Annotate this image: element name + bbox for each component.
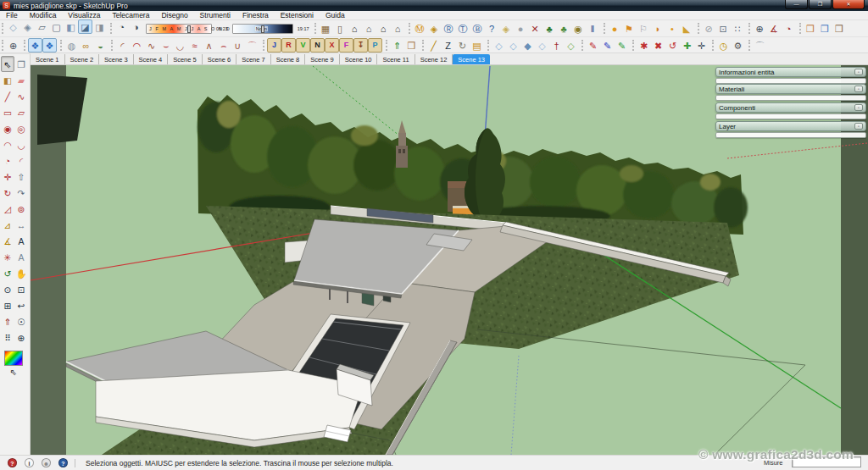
zoom-selection-icon[interactable]: ⊡ <box>716 21 731 36</box>
import-x-icon[interactable]: X <box>325 38 339 53</box>
import-p-icon[interactable]: P <box>368 38 382 53</box>
toolbar-grip[interactable] <box>2 40 3 51</box>
wireframe-mode-icon[interactable]: ▱ <box>35 19 49 34</box>
soap-drop-icon[interactable]: ◇ <box>535 38 549 53</box>
link-spheres-icon[interactable]: ∞ <box>79 38 93 53</box>
panel-header[interactable]: Informazioni entità▫ <box>715 67 866 77</box>
back-view-icon[interactable]: ⌂ <box>391 21 405 36</box>
import-down-icon[interactable]: ↧ <box>353 38 368 53</box>
import-f-icon[interactable]: F <box>339 38 353 53</box>
sphere-cage-icon[interactable]: ◍ <box>64 38 79 53</box>
toolbar-grip[interactable] <box>60 40 62 51</box>
rectangle-tool[interactable]: ▭ <box>1 104 14 120</box>
rotated-rectangle-tool[interactable]: ▱ <box>14 104 28 120</box>
minimize-button[interactable]: — <box>785 0 808 9</box>
white-flag-icon[interactable]: ⚐ <box>637 21 651 36</box>
axes-tool[interactable]: ✳ <box>1 249 14 265</box>
toolbar-grip[interactable] <box>386 40 387 51</box>
pie-tool[interactable]: ◔ <box>1 152 14 169</box>
panel-body[interactable] <box>715 95 866 101</box>
terrain-erase-icon[interactable]: ∪ <box>231 38 245 53</box>
cube-refresh-icon[interactable]: ↻ <box>455 38 470 53</box>
scene-tab-6[interactable]: Scene 6 <box>203 54 237 64</box>
geo-flag-icon[interactable]: ⚑ <box>622 21 637 36</box>
tape-measure-tool[interactable]: ⊿ <box>1 217 14 233</box>
two-point-arc-tool[interactable]: ◡ <box>14 136 28 152</box>
polygon-tool[interactable]: ◎ <box>14 120 28 136</box>
wedge-tool-icon[interactable]: ◣ <box>680 21 694 36</box>
toolbar-grip[interactable] <box>487 40 489 51</box>
cube-edges-icon[interactable]: ❒ <box>818 21 832 36</box>
scale-tool[interactable]: ◿ <box>1 201 14 217</box>
toolbar-grip[interactable] <box>111 40 113 51</box>
push-pull-tool[interactable]: ⇧ <box>14 169 28 185</box>
toolbar-grip[interactable] <box>110 23 112 34</box>
paint-bucket-tool[interactable]: ◧ <box>1 72 14 88</box>
pin-vertex-icon[interactable]: ✛ <box>694 38 709 53</box>
toolbar-grip[interactable] <box>799 23 801 34</box>
toolbar-grip[interactable] <box>698 23 699 34</box>
toolbar-grip[interactable] <box>604 23 605 34</box>
menu-telecamera[interactable]: Telecamera <box>106 11 155 19</box>
small-sphere-icon[interactable]: • <box>665 21 680 36</box>
scene-tab-12[interactable]: Scene 12 <box>415 54 453 64</box>
protractor-tool-palette[interactable]: ∡ <box>1 233 14 249</box>
menu-visualizza[interactable]: Visualizza <box>62 11 106 19</box>
scene-tab-5[interactable]: Scene 5 <box>168 54 203 64</box>
scene-tab-4[interactable]: Scene 4 <box>134 54 169 64</box>
time-tracker-icon[interactable]: ◷ <box>716 38 731 53</box>
maximize-button[interactable]: ❐ <box>809 0 832 9</box>
scene-tab-13[interactable]: Scene 13 <box>453 54 490 64</box>
material-tag-icon[interactable]: ◈ <box>499 21 514 36</box>
x-ray-mode-icon[interactable]: ◇ <box>6 19 20 34</box>
dimension-tool[interactable]: ↔ <box>14 217 28 233</box>
info-badge[interactable]: i <box>25 458 34 467</box>
render-help-icon[interactable]: ? <box>485 21 499 36</box>
title-bar[interactable]: S mies padiglione.skp - SketchUp Pro —❐✕ <box>0 0 868 11</box>
panel-body[interactable] <box>715 78 866 84</box>
vertex-edit-green-icon[interactable]: ✎ <box>615 38 629 53</box>
position-camera-tool[interactable]: ⇑ <box>1 313 14 329</box>
terrain-grid-icon[interactable]: ⌒ <box>245 38 259 53</box>
pause-render-icon[interactable]: ‖ <box>586 21 600 36</box>
shadow-toggle-icon[interactable]: ◑ <box>129 19 143 34</box>
panel-collapse-button[interactable]: ▫ <box>854 86 863 92</box>
shadow-date-handle[interactable] <box>187 25 191 33</box>
3d-text-tool[interactable]: A <box>14 249 28 265</box>
toolbar-grip[interactable] <box>24 40 25 51</box>
help-center-badge[interactable]: ? <box>58 458 68 467</box>
menu-estensioni[interactable]: Estensioni <box>275 11 320 19</box>
zoom-extents-tool[interactable]: ⊞ <box>1 297 14 313</box>
scene-tab-2[interactable]: Scene 2 <box>65 54 100 64</box>
scene-tab-7[interactable]: Scene 7 <box>236 54 271 64</box>
sun-sphere-icon[interactable]: ● <box>608 21 622 36</box>
panel-header[interactable]: Materiali▫ <box>715 84 866 94</box>
align-vertex-icon[interactable]: ✚ <box>680 38 694 53</box>
follow-me-tool[interactable]: ↷ <box>14 185 28 201</box>
toolbar-grip[interactable] <box>314 23 316 34</box>
menu-finestra[interactable]: Finestra <box>236 11 275 19</box>
render-r-icon[interactable]: Ⓡ <box>442 21 456 36</box>
offset-tool[interactable]: ⊚ <box>14 201 28 217</box>
line-tool[interactable]: ╱ <box>1 88 14 104</box>
terrain-smooth-icon[interactable]: ⌢ <box>216 38 231 53</box>
dome-tool-icon[interactable]: ◗ <box>651 21 665 36</box>
forest-maker-icon[interactable]: ♣ <box>557 21 571 36</box>
wire-dome-icon[interactable]: ◒ <box>93 38 108 53</box>
interior-view-icon[interactable]: ▯ <box>333 21 348 36</box>
close-button[interactable]: ✕ <box>832 0 865 9</box>
archive-box-icon[interactable]: ❒ <box>404 38 419 53</box>
render-engine-b-icon[interactable]: ❖ <box>42 38 57 53</box>
zoom-tool[interactable]: ⊙ <box>1 281 14 297</box>
toolbar-grip[interactable] <box>422 40 424 51</box>
scene-tab-11[interactable]: Scene 11 <box>377 54 415 64</box>
soap-green-icon[interactable]: ◇ <box>564 38 578 53</box>
three-point-arc-tool[interactable]: ◜ <box>14 152 28 169</box>
slice-tool-icon[interactable]: † <box>549 38 564 53</box>
circle-tool[interactable]: ◉ <box>1 120 14 136</box>
move-tool[interactable]: ✛ <box>1 169 14 185</box>
render-br-icon[interactable]: Ⓑ <box>470 21 485 36</box>
freehand-tool[interactable]: ∿ <box>14 88 28 104</box>
panel-body[interactable] <box>715 132 866 138</box>
shaded-textures-mode-icon[interactable]: ◪ <box>78 19 92 34</box>
